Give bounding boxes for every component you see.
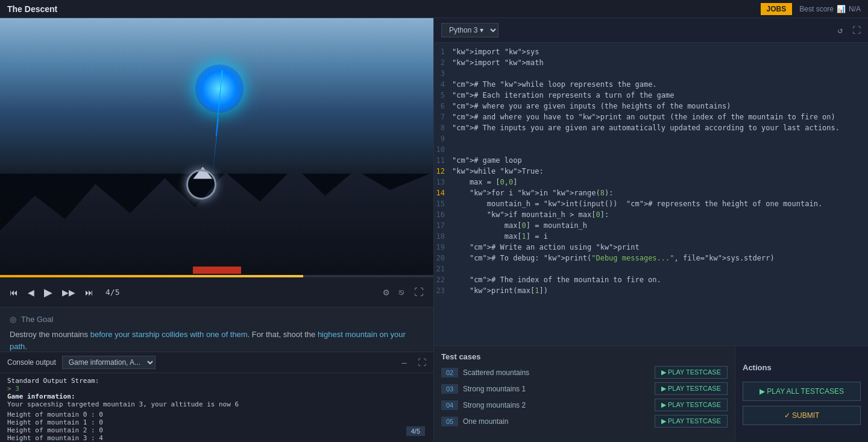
console-game-info-text: Your spaceship targeted mountain 3, your… xyxy=(7,400,426,408)
test-num-2: 04 xyxy=(441,400,458,410)
fullscreen-icon[interactable]: ⛶ xyxy=(414,286,424,298)
line-number-4: 4 xyxy=(434,80,452,91)
goal-text-before: Destroy the mountains xyxy=(10,330,90,339)
line-content-17[interactable]: max[0] = mountain_h xyxy=(452,221,587,232)
goal-icon: ◎ xyxy=(10,315,16,324)
video-area[interactable] xyxy=(0,18,433,277)
line-content-23[interactable]: "kw">print(max[1]) xyxy=(452,286,548,297)
minimize-icon[interactable]: — xyxy=(402,358,407,367)
line-number-11: 11 xyxy=(434,156,452,167)
code-line-12: 12"kw">while "kw">True: xyxy=(434,167,868,178)
goal-text: Destroy the mountains before your starsh… xyxy=(10,329,424,352)
line-content-6[interactable]: "cm"># where you are given inputs (the h… xyxy=(452,102,731,113)
line-content-13[interactable]: max = [0,0] xyxy=(452,178,517,189)
line-number-22: 22 xyxy=(434,276,452,286)
settings-icon[interactable]: ⚙ xyxy=(383,286,389,298)
test-rows: 02Scattered mountains▶ PLAY TESTCASE03St… xyxy=(441,366,728,428)
play-test-button-1[interactable]: ▶ PLAY TESTCASE xyxy=(655,382,728,395)
line-content-16[interactable]: "kw">if mountain_h > max[0]: xyxy=(452,210,609,221)
code-line-10: 10 xyxy=(434,145,868,156)
line-number-19: 19 xyxy=(434,243,452,254)
line-number-18: 18 xyxy=(434,232,452,243)
test-num-3: 05 xyxy=(441,417,458,426)
play-button[interactable]: ▶ xyxy=(44,286,52,299)
test-row-0: 02Scattered mountains▶ PLAY TESTCASE xyxy=(441,366,728,379)
test-name-3: One mountain xyxy=(463,417,650,426)
editor-header: Python 3 ▾ ↺ ⛶ xyxy=(434,18,868,43)
play-test-button-3[interactable]: ▶ PLAY TESTCASE xyxy=(655,415,728,428)
line-number-10: 10 xyxy=(434,145,452,156)
line-content-1[interactable]: "kw">import "kw">sys xyxy=(452,48,539,58)
line-number-1: 1 xyxy=(434,48,452,58)
line-content-12[interactable]: "kw">while "kw">True: xyxy=(452,167,544,178)
video-progress-fill xyxy=(0,275,303,277)
line-number-2: 2 xyxy=(434,58,452,69)
code-line-4: 4"cm"># The "kw">while loop represents t… xyxy=(434,80,868,91)
refresh-icon[interactable]: ↺ xyxy=(838,25,843,35)
code-line-9: 9 xyxy=(434,134,868,145)
next-button[interactable]: ▶▶ xyxy=(62,288,75,297)
bottom-panels: Test cases 02Scattered mountains▶ PLAY T… xyxy=(434,346,868,442)
expand-icon[interactable]: ⛶ xyxy=(418,358,426,367)
share-icon[interactable]: ⎋ xyxy=(398,286,404,298)
line-content-15[interactable]: mountain_h = "kw">int(input()) "cm"># re… xyxy=(452,200,822,210)
line-number-7: 7 xyxy=(434,113,452,124)
line-number-6: 6 xyxy=(434,102,452,113)
video-progress-bar[interactable] xyxy=(0,275,433,277)
line-content-7[interactable]: "cm"># and where you have to "kw">print … xyxy=(452,113,835,124)
code-line-14: 14 "kw">for i "kw">in "kw">range(8): xyxy=(434,189,868,200)
height-0: Height of mountain 0 : 0 xyxy=(7,411,426,418)
height-3: Height of mountain 3 : 4 xyxy=(7,434,426,442)
test-row-2: 04Strong mountains 2▶ PLAY TESTCASE xyxy=(441,399,728,411)
line-content-5[interactable]: "cm"># Each iteration represents a turn … xyxy=(452,91,674,102)
code-line-16: 16 "kw">if mountain_h > max[0]: xyxy=(434,210,868,221)
play-all-button[interactable]: ▶ PLAY ALL TESTCASES xyxy=(743,382,861,401)
play-test-button-0[interactable]: ▶ PLAY TESTCASE xyxy=(655,366,728,379)
code-line-21: 21 xyxy=(434,265,868,276)
submit-button[interactable]: ✓ SUBMIT xyxy=(743,406,861,425)
console-filter-dropdown[interactable]: Game information, A... xyxy=(62,356,156,369)
code-line-15: 15 mountain_h = "kw">int(input()) "cm">#… xyxy=(434,200,868,210)
console-header: Console output Game information, A... — … xyxy=(0,352,433,373)
line-content-19[interactable]: "cm"># Write an action using "kw">print xyxy=(452,243,640,254)
expand-editor-icon[interactable]: ⛶ xyxy=(852,25,861,35)
video-background xyxy=(0,18,433,277)
play-test-button-2[interactable]: ▶ PLAY TESTCASE xyxy=(655,399,728,411)
line-content-20[interactable]: "cm"># To debug: "kw">print("Debug messa… xyxy=(452,254,775,265)
line-content-14[interactable]: "kw">for i "kw">in "kw">range(8): xyxy=(452,189,613,200)
height-1: Height of mountain 1 : 0 xyxy=(7,418,426,426)
line-number-20: 20 xyxy=(434,254,452,265)
video-controls: ⏮ ◀ ▶ ▶▶ ⏭ 4/5 ⚙ ⎋ ⛶ xyxy=(0,277,433,308)
goal-text-mid: . For that, shoot the xyxy=(248,330,318,339)
console-output-value: > 3 xyxy=(7,385,426,393)
line-content-4[interactable]: "cm"># The "kw">while loop represents th… xyxy=(452,80,657,91)
code-line-2: 2"kw">import "kw">math xyxy=(434,58,868,69)
line-content-18[interactable]: max[1] = i xyxy=(452,232,548,243)
code-line-18: 18 max[1] = i xyxy=(434,232,868,243)
language-select[interactable]: Python 3 ▾ xyxy=(441,23,498,37)
line-content-2[interactable]: "kw">import "kw">math xyxy=(452,58,544,69)
skip-back-button[interactable]: ⏮ xyxy=(10,288,18,297)
code-line-19: 19 "cm"># Write an action using "kw">pri… xyxy=(434,243,868,254)
console-body: Standard Output Stream: > 3 Game informa… xyxy=(0,373,433,442)
skip-forward-button[interactable]: ⏭ xyxy=(85,288,93,297)
left-panel: ⏮ ◀ ▶ ▶▶ ⏭ 4/5 ⚙ ⎋ ⛶ ◎ The Goal Destroy … xyxy=(0,18,434,442)
jobs-button[interactable]: JOBS xyxy=(761,3,793,15)
scene-ground xyxy=(0,161,433,278)
code-line-23: 23 "kw">print(max[1]) xyxy=(434,286,868,297)
actions-panel: Actions ▶ PLAY ALL TESTCASES ✓ SUBMIT xyxy=(735,346,868,442)
line-content-11[interactable]: "cm"># game loop xyxy=(452,156,522,167)
goal-title: The Goal xyxy=(21,315,53,324)
test-name-1: Strong mountains 1 xyxy=(463,385,650,393)
code-line-22: 22 "cm"># The index of the mountain to f… xyxy=(434,276,868,286)
line-number-17: 17 xyxy=(434,221,452,232)
test-name-0: Scattered mountains xyxy=(463,368,650,377)
line-number-13: 13 xyxy=(434,178,452,189)
right-panel: Python 3 ▾ ↺ ⛶ 1"kw">import "kw">sys2"kw… xyxy=(434,18,868,442)
line-content-22[interactable]: "cm"># The index of the mountain to fire… xyxy=(452,276,661,286)
line-number-16: 16 xyxy=(434,210,452,221)
line-number-15: 15 xyxy=(434,200,452,210)
line-content-8[interactable]: "cm"># The inputs you are given are auto… xyxy=(452,124,840,134)
prev-button[interactable]: ◀ xyxy=(28,288,34,297)
best-score-value: N/A xyxy=(849,5,861,13)
